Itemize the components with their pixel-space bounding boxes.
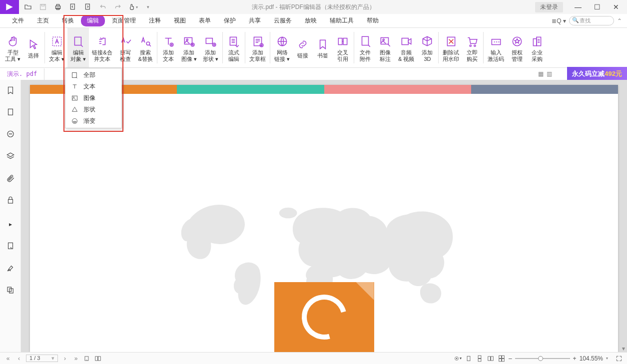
tab-form[interactable]: 表单 bbox=[193, 15, 217, 26]
touch-icon[interactable]: ▾ bbox=[126, 1, 140, 13]
pages-panel-icon[interactable] bbox=[5, 107, 16, 118]
tab-present[interactable]: 放映 bbox=[299, 15, 323, 26]
svg-rect-55 bbox=[478, 359, 481, 361]
vertical-scrollbar[interactable]: ▴ ▾ bbox=[621, 80, 626, 352]
doc-tab[interactable]: 演示. pdf bbox=[0, 68, 44, 80]
add-3d-icon bbox=[421, 33, 434, 49]
qat-more-icon[interactable]: ▾ bbox=[141, 1, 155, 13]
add-3d-button[interactable]: 添加 3D bbox=[417, 28, 437, 67]
tab-accessibility[interactable]: 辅助工具 bbox=[324, 15, 360, 26]
file-attach-button[interactable]: 文件 附件 bbox=[355, 28, 375, 67]
remove-watermark-icon bbox=[445, 33, 458, 49]
grid-view-icon[interactable]: ▦ bbox=[538, 70, 544, 77]
search-replace-button[interactable]: 搜索 &替换 bbox=[135, 28, 156, 67]
page-layout-a-icon[interactable] bbox=[83, 355, 91, 362]
security-panel-icon[interactable] bbox=[5, 195, 16, 206]
minimize-button[interactable]: — bbox=[569, 1, 587, 13]
redo-icon[interactable] bbox=[111, 1, 125, 13]
bookmark-panel-icon[interactable] bbox=[5, 85, 16, 96]
comments-panel-icon[interactable] bbox=[5, 129, 16, 140]
tab-share[interactable]: 共享 bbox=[243, 15, 267, 26]
page-fwd-icon[interactable] bbox=[81, 1, 95, 13]
page-back-icon[interactable] bbox=[66, 1, 80, 13]
scroll-down-icon[interactable]: ▾ bbox=[621, 345, 626, 352]
facing-continuous-icon[interactable] bbox=[498, 355, 506, 362]
link-merge-text-button[interactable]: 链接&合 并文本 bbox=[89, 28, 115, 67]
edit-all[interactable]: 全部 bbox=[65, 69, 121, 81]
edit-gradient-item[interactable]: 渐变 bbox=[65, 115, 121, 127]
search-input[interactable]: 🔍查找 bbox=[569, 16, 614, 25]
collapse-ribbon-icon[interactable]: ⌃ bbox=[617, 17, 622, 24]
save-icon[interactable] bbox=[36, 1, 50, 13]
page-number-input[interactable]: 1 / 3▾ bbox=[26, 355, 58, 362]
ribbon-label: 删除试 用水印 bbox=[443, 49, 459, 62]
edit-gradient-item-icon bbox=[70, 117, 78, 125]
reading-mode-icon[interactable]: ▾ bbox=[454, 355, 462, 362]
undo-icon[interactable] bbox=[96, 1, 110, 13]
tab-annotate[interactable]: 注释 bbox=[143, 15, 167, 26]
maximize-button[interactable]: ☐ bbox=[588, 1, 606, 13]
layers-panel-icon[interactable] bbox=[5, 151, 16, 162]
zoom-out-button[interactable]: – bbox=[509, 355, 512, 362]
zoom-in-button[interactable]: + bbox=[573, 355, 577, 362]
activate-button[interactable]: 输入 激活码 bbox=[485, 28, 507, 67]
add-text-button[interactable]: 添加 文本 bbox=[158, 28, 178, 67]
single-page-icon[interactable] bbox=[465, 355, 473, 362]
remove-watermark-button[interactable]: 删除试 用水印 bbox=[440, 28, 462, 67]
web-link-button[interactable]: 网络 链接 ▾ bbox=[271, 28, 293, 67]
print-icon[interactable] bbox=[51, 1, 65, 13]
audio-video-button[interactable]: 音频 & 视频 bbox=[395, 28, 417, 67]
reflow-edit-button[interactable]: 流式 编辑 bbox=[224, 28, 244, 67]
edit-image-item[interactable]: 图像 bbox=[65, 92, 121, 104]
tab-view[interactable]: 视图 bbox=[168, 15, 192, 26]
enterprise-buy-button[interactable]: 企业 采购 bbox=[527, 28, 547, 67]
search-opts-icon[interactable]: ≣Q ▾ bbox=[552, 17, 566, 24]
edit-sign-icon[interactable] bbox=[5, 263, 16, 274]
next-page-icon[interactable]: › bbox=[61, 355, 69, 362]
add-shape-button[interactable]: 添加 形状 ▾ bbox=[200, 28, 221, 67]
add-image-button[interactable]: 添加 图像 ▾ bbox=[178, 28, 200, 67]
image-annot-button[interactable]: 图像 标注 bbox=[375, 28, 395, 67]
copy-panel-icon[interactable] bbox=[5, 285, 16, 296]
hand-tool-button[interactable]: 手型 工具 ▾ bbox=[2, 28, 23, 67]
cross-ref-button[interactable]: 交叉 引用 bbox=[333, 28, 353, 67]
last-page-icon[interactable]: » bbox=[72, 355, 80, 362]
tab-convert[interactable]: 转换 bbox=[56, 15, 80, 26]
single-view-icon[interactable]: ▥ bbox=[547, 70, 552, 77]
spell-check-button[interactable]: 拼写 检查 bbox=[115, 28, 135, 67]
page-layout-b-icon[interactable] bbox=[94, 355, 102, 362]
sign-panel-icon[interactable] bbox=[5, 241, 16, 252]
attachments-panel-icon[interactable] bbox=[5, 173, 16, 184]
login-button[interactable]: 未登录 bbox=[535, 2, 563, 12]
tab-edit[interactable]: 编辑 bbox=[81, 15, 105, 26]
edit-object-button[interactable]: 编辑 对象 ▾ bbox=[67, 28, 89, 67]
add-article-box-button[interactable]: 添加 文章框 bbox=[246, 28, 269, 67]
zoom-level[interactable]: 104.55% bbox=[580, 355, 603, 362]
edit-text-item[interactable]: 文本 bbox=[65, 81, 121, 92]
expand-sidebar-icon[interactable]: ▸ bbox=[5, 219, 16, 230]
ribbon-label: 编辑 文本 ▾ bbox=[49, 49, 64, 62]
prev-page-icon[interactable]: ‹ bbox=[15, 355, 23, 362]
promo-banner[interactable]: 永久码立减492元 bbox=[567, 67, 627, 81]
license-mgmt-button[interactable]: 授权 管理 bbox=[507, 28, 527, 67]
buy-now-button[interactable]: 立即 购买 bbox=[462, 28, 482, 67]
zoom-slider[interactable] bbox=[515, 358, 570, 359]
first-page-icon[interactable]: « bbox=[4, 355, 12, 362]
tab-page-manage[interactable]: 页面管理 bbox=[106, 15, 142, 26]
facing-icon[interactable] bbox=[487, 355, 495, 362]
tab-protect[interactable]: 保护 bbox=[218, 15, 242, 26]
open-icon[interactable] bbox=[21, 1, 35, 13]
continuous-icon[interactable] bbox=[476, 355, 484, 362]
bookmark-button[interactable]: 书签 bbox=[313, 28, 333, 67]
tab-file[interactable]: 文件 bbox=[6, 15, 30, 26]
close-button[interactable]: ✕ bbox=[607, 1, 625, 13]
tab-home[interactable]: 主页 bbox=[31, 15, 55, 26]
status-bar: « ‹ 1 / 3▾ › » ▾ – + 104.55%▾ bbox=[0, 352, 627, 364]
edit-text-button[interactable]: 编辑 文本 ▾ bbox=[46, 28, 67, 67]
tab-cloud[interactable]: 云服务 bbox=[268, 15, 298, 26]
tab-help[interactable]: 帮助 bbox=[361, 15, 385, 26]
select-tool-button[interactable]: 选择 bbox=[23, 28, 43, 67]
edit-shape-item[interactable]: 形状 bbox=[65, 104, 121, 115]
fit-width-icon[interactable] bbox=[615, 355, 623, 362]
link-button[interactable]: 链接 bbox=[293, 28, 313, 67]
